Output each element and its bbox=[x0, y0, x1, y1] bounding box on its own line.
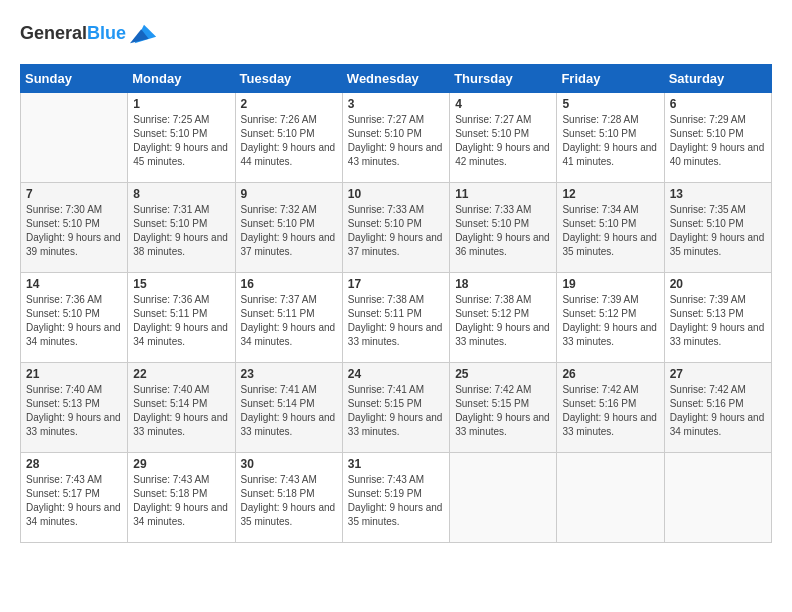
day-info: Sunrise: 7:30 AMSunset: 5:10 PMDaylight:… bbox=[26, 203, 122, 259]
day-number: 16 bbox=[241, 277, 337, 291]
day-cell: 29 Sunrise: 7:43 AMSunset: 5:18 PMDaylig… bbox=[128, 453, 235, 543]
day-info: Sunrise: 7:43 AMSunset: 5:17 PMDaylight:… bbox=[26, 473, 122, 529]
day-cell: 21 Sunrise: 7:40 AMSunset: 5:13 PMDaylig… bbox=[21, 363, 128, 453]
header-row: SundayMondayTuesdayWednesdayThursdayFrid… bbox=[21, 65, 772, 93]
col-header-thursday: Thursday bbox=[450, 65, 557, 93]
day-info: Sunrise: 7:36 AMSunset: 5:10 PMDaylight:… bbox=[26, 293, 122, 349]
day-number: 24 bbox=[348, 367, 444, 381]
day-info: Sunrise: 7:36 AMSunset: 5:11 PMDaylight:… bbox=[133, 293, 229, 349]
day-info: Sunrise: 7:25 AMSunset: 5:10 PMDaylight:… bbox=[133, 113, 229, 169]
day-cell: 28 Sunrise: 7:43 AMSunset: 5:17 PMDaylig… bbox=[21, 453, 128, 543]
day-cell: 25 Sunrise: 7:42 AMSunset: 5:15 PMDaylig… bbox=[450, 363, 557, 453]
day-info: Sunrise: 7:38 AMSunset: 5:12 PMDaylight:… bbox=[455, 293, 551, 349]
day-number: 23 bbox=[241, 367, 337, 381]
day-cell: 24 Sunrise: 7:41 AMSunset: 5:15 PMDaylig… bbox=[342, 363, 449, 453]
day-number: 6 bbox=[670, 97, 766, 111]
day-info: Sunrise: 7:38 AMSunset: 5:11 PMDaylight:… bbox=[348, 293, 444, 349]
day-cell: 10 Sunrise: 7:33 AMSunset: 5:10 PMDaylig… bbox=[342, 183, 449, 273]
day-number: 13 bbox=[670, 187, 766, 201]
day-number: 27 bbox=[670, 367, 766, 381]
day-info: Sunrise: 7:27 AMSunset: 5:10 PMDaylight:… bbox=[348, 113, 444, 169]
logo: GeneralBlue bbox=[20, 20, 158, 48]
day-number: 28 bbox=[26, 457, 122, 471]
day-cell: 20 Sunrise: 7:39 AMSunset: 5:13 PMDaylig… bbox=[664, 273, 771, 363]
day-info: Sunrise: 7:42 AMSunset: 5:15 PMDaylight:… bbox=[455, 383, 551, 439]
day-cell: 4 Sunrise: 7:27 AMSunset: 5:10 PMDayligh… bbox=[450, 93, 557, 183]
day-number: 3 bbox=[348, 97, 444, 111]
logo-blue-text: Blue bbox=[87, 23, 126, 43]
day-info: Sunrise: 7:39 AMSunset: 5:13 PMDaylight:… bbox=[670, 293, 766, 349]
day-cell bbox=[21, 93, 128, 183]
day-number: 11 bbox=[455, 187, 551, 201]
day-number: 19 bbox=[562, 277, 658, 291]
day-number: 4 bbox=[455, 97, 551, 111]
day-cell: 14 Sunrise: 7:36 AMSunset: 5:10 PMDaylig… bbox=[21, 273, 128, 363]
day-cell bbox=[664, 453, 771, 543]
day-cell: 19 Sunrise: 7:39 AMSunset: 5:12 PMDaylig… bbox=[557, 273, 664, 363]
day-cell: 1 Sunrise: 7:25 AMSunset: 5:10 PMDayligh… bbox=[128, 93, 235, 183]
day-cell: 5 Sunrise: 7:28 AMSunset: 5:10 PMDayligh… bbox=[557, 93, 664, 183]
day-cell: 2 Sunrise: 7:26 AMSunset: 5:10 PMDayligh… bbox=[235, 93, 342, 183]
day-number: 15 bbox=[133, 277, 229, 291]
day-info: Sunrise: 7:40 AMSunset: 5:14 PMDaylight:… bbox=[133, 383, 229, 439]
logo-general-text: General bbox=[20, 23, 87, 43]
day-cell: 8 Sunrise: 7:31 AMSunset: 5:10 PMDayligh… bbox=[128, 183, 235, 273]
day-cell: 9 Sunrise: 7:32 AMSunset: 5:10 PMDayligh… bbox=[235, 183, 342, 273]
day-cell: 7 Sunrise: 7:30 AMSunset: 5:10 PMDayligh… bbox=[21, 183, 128, 273]
day-cell: 31 Sunrise: 7:43 AMSunset: 5:19 PMDaylig… bbox=[342, 453, 449, 543]
col-header-sunday: Sunday bbox=[21, 65, 128, 93]
col-header-friday: Friday bbox=[557, 65, 664, 93]
day-cell: 3 Sunrise: 7:27 AMSunset: 5:10 PMDayligh… bbox=[342, 93, 449, 183]
day-cell: 18 Sunrise: 7:38 AMSunset: 5:12 PMDaylig… bbox=[450, 273, 557, 363]
day-number: 25 bbox=[455, 367, 551, 381]
week-row-4: 21 Sunrise: 7:40 AMSunset: 5:13 PMDaylig… bbox=[21, 363, 772, 453]
day-info: Sunrise: 7:42 AMSunset: 5:16 PMDaylight:… bbox=[670, 383, 766, 439]
day-number: 30 bbox=[241, 457, 337, 471]
day-cell: 23 Sunrise: 7:41 AMSunset: 5:14 PMDaylig… bbox=[235, 363, 342, 453]
day-info: Sunrise: 7:29 AMSunset: 5:10 PMDaylight:… bbox=[670, 113, 766, 169]
day-info: Sunrise: 7:28 AMSunset: 5:10 PMDaylight:… bbox=[562, 113, 658, 169]
day-number: 7 bbox=[26, 187, 122, 201]
col-header-saturday: Saturday bbox=[664, 65, 771, 93]
day-number: 20 bbox=[670, 277, 766, 291]
page-header: GeneralBlue bbox=[20, 20, 772, 48]
week-row-5: 28 Sunrise: 7:43 AMSunset: 5:17 PMDaylig… bbox=[21, 453, 772, 543]
day-number: 9 bbox=[241, 187, 337, 201]
day-cell: 12 Sunrise: 7:34 AMSunset: 5:10 PMDaylig… bbox=[557, 183, 664, 273]
day-info: Sunrise: 7:32 AMSunset: 5:10 PMDaylight:… bbox=[241, 203, 337, 259]
day-number: 14 bbox=[26, 277, 122, 291]
day-info: Sunrise: 7:39 AMSunset: 5:12 PMDaylight:… bbox=[562, 293, 658, 349]
day-number: 26 bbox=[562, 367, 658, 381]
day-info: Sunrise: 7:37 AMSunset: 5:11 PMDaylight:… bbox=[241, 293, 337, 349]
week-row-1: 1 Sunrise: 7:25 AMSunset: 5:10 PMDayligh… bbox=[21, 93, 772, 183]
week-row-2: 7 Sunrise: 7:30 AMSunset: 5:10 PMDayligh… bbox=[21, 183, 772, 273]
calendar-table: SundayMondayTuesdayWednesdayThursdayFrid… bbox=[20, 64, 772, 543]
day-number: 21 bbox=[26, 367, 122, 381]
day-cell: 30 Sunrise: 7:43 AMSunset: 5:18 PMDaylig… bbox=[235, 453, 342, 543]
day-info: Sunrise: 7:43 AMSunset: 5:18 PMDaylight:… bbox=[241, 473, 337, 529]
day-number: 1 bbox=[133, 97, 229, 111]
col-header-wednesday: Wednesday bbox=[342, 65, 449, 93]
day-cell: 26 Sunrise: 7:42 AMSunset: 5:16 PMDaylig… bbox=[557, 363, 664, 453]
day-number: 31 bbox=[348, 457, 444, 471]
day-number: 10 bbox=[348, 187, 444, 201]
col-header-tuesday: Tuesday bbox=[235, 65, 342, 93]
day-info: Sunrise: 7:33 AMSunset: 5:10 PMDaylight:… bbox=[455, 203, 551, 259]
day-cell: 11 Sunrise: 7:33 AMSunset: 5:10 PMDaylig… bbox=[450, 183, 557, 273]
day-info: Sunrise: 7:40 AMSunset: 5:13 PMDaylight:… bbox=[26, 383, 122, 439]
day-number: 17 bbox=[348, 277, 444, 291]
day-info: Sunrise: 7:27 AMSunset: 5:10 PMDaylight:… bbox=[455, 113, 551, 169]
day-cell: 15 Sunrise: 7:36 AMSunset: 5:11 PMDaylig… bbox=[128, 273, 235, 363]
day-info: Sunrise: 7:42 AMSunset: 5:16 PMDaylight:… bbox=[562, 383, 658, 439]
day-cell: 22 Sunrise: 7:40 AMSunset: 5:14 PMDaylig… bbox=[128, 363, 235, 453]
day-number: 12 bbox=[562, 187, 658, 201]
day-info: Sunrise: 7:31 AMSunset: 5:10 PMDaylight:… bbox=[133, 203, 229, 259]
day-cell: 13 Sunrise: 7:35 AMSunset: 5:10 PMDaylig… bbox=[664, 183, 771, 273]
week-row-3: 14 Sunrise: 7:36 AMSunset: 5:10 PMDaylig… bbox=[21, 273, 772, 363]
day-cell: 17 Sunrise: 7:38 AMSunset: 5:11 PMDaylig… bbox=[342, 273, 449, 363]
day-info: Sunrise: 7:26 AMSunset: 5:10 PMDaylight:… bbox=[241, 113, 337, 169]
day-info: Sunrise: 7:41 AMSunset: 5:14 PMDaylight:… bbox=[241, 383, 337, 439]
day-info: Sunrise: 7:43 AMSunset: 5:19 PMDaylight:… bbox=[348, 473, 444, 529]
col-header-monday: Monday bbox=[128, 65, 235, 93]
day-cell bbox=[450, 453, 557, 543]
